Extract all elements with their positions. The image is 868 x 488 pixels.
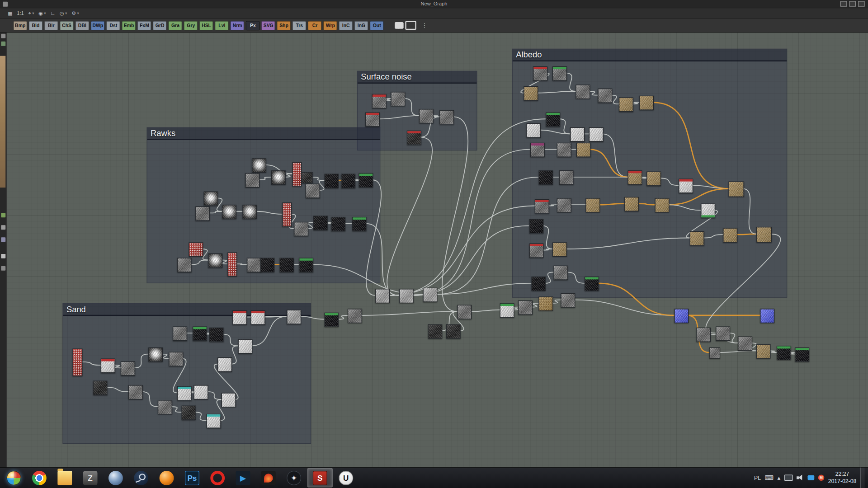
graph-node[interactable] [738,336,752,351]
graph-node[interactable] [207,414,221,428]
graph-node[interactable] [331,217,345,231]
node-button-ing[interactable]: InG [354,21,368,30]
graph-node[interactable] [209,328,224,342]
node-button-blr[interactable]: Blr [44,21,58,30]
taskbar-painter-icon[interactable] [256,469,281,487]
graph-node[interactable] [260,258,275,272]
graph-node[interactable] [306,184,320,198]
node-button-shp[interactable]: Shp [277,21,291,30]
settings-select[interactable]: ⚙▾ [71,10,79,16]
graph-node[interactable] [696,328,711,342]
group-frame-sand[interactable]: Sand [62,303,311,444]
panel-tab-icon[interactable] [1,225,5,230]
panel-tab-icon[interactable] [1,237,5,242]
graph-node[interactable] [529,219,544,234]
graph-node[interactable] [557,143,571,157]
graph-node[interactable] [245,173,259,188]
volume-icon[interactable] [797,475,804,481]
graph-node[interactable] [524,86,538,101]
node-button-svg[interactable]: SVG [261,21,275,30]
node-button-chs[interactable]: ChS [60,21,74,30]
graph-node[interactable] [279,258,294,272]
graph-node[interactable] [533,66,547,81]
node-button-out[interactable]: Out [370,21,384,30]
panel-tab-icon[interactable] [1,266,5,271]
graph-node[interactable] [419,109,434,123]
graph-node[interactable] [546,113,560,127]
graph-node[interactable] [535,199,549,214]
taskbar-opera-icon[interactable] [205,469,230,487]
keyboard-icon[interactable]: ⌨ [765,474,774,481]
graph-node[interactable] [655,198,670,212]
graph-node[interactable] [158,400,172,414]
graph-node[interactable] [194,385,208,399]
graph-node[interactable] [557,198,571,212]
graph-node[interactable] [121,361,135,376]
graph-node[interactable] [598,89,612,103]
graph-node[interactable] [756,344,771,359]
graph-node[interactable] [624,197,639,211]
taskbar-media-player-icon[interactable]: ▶ [231,469,255,487]
graph-node[interactable] [365,113,380,127]
node-button-hsl[interactable]: HSL [199,21,213,30]
graph-canvas[interactable]: Surface noiseRawksSandAlbedo [7,33,868,467]
graph-node[interactable] [204,192,218,206]
node-button-dwp[interactable]: DWp [91,21,105,30]
graph-node[interactable] [589,127,604,142]
node-button-trs[interactable]: Trs [292,21,307,30]
graph-node[interactable] [723,228,737,242]
compute-time-select[interactable]: ◷▾ [60,10,67,16]
graph-node[interactable] [619,98,633,112]
graph-node[interactable] [407,131,421,145]
graph-node[interactable] [674,309,689,323]
graph-node[interactable] [530,143,545,157]
graph-node[interactable] [282,202,292,227]
graph-node[interactable] [348,309,362,323]
graph-node[interactable] [553,266,568,280]
display-settings-icon[interactable] [784,475,793,481]
graph-node[interactable] [352,217,367,231]
graph-node[interactable] [756,227,772,242]
node-button-wrp[interactable]: Wrp [324,21,338,30]
graph-node[interactable] [552,66,567,81]
graph-node[interactable] [457,305,472,319]
taskbar-compass-app-icon[interactable]: ✦ [282,469,306,487]
graph-node[interactable] [325,174,339,188]
graph-node[interactable] [313,216,328,230]
graph-node[interactable] [101,358,115,373]
graph-node[interactable] [189,242,203,257]
graph-node[interactable] [232,310,247,325]
graph-node[interactable] [690,231,704,246]
graph-node[interactable] [252,158,266,173]
graph-node[interactable] [446,324,461,339]
node-button-dst[interactable]: Dst [107,21,121,30]
graph-node[interactable] [341,174,355,188]
dock-layout-icon[interactable] [840,1,847,6]
graph-node[interactable] [148,347,163,362]
graph-node[interactable] [287,310,301,324]
graph-node[interactable] [173,326,187,341]
dock-layout-icon[interactable] [858,1,865,6]
graph-node[interactable] [716,326,730,341]
show-hidden-icons[interactable]: ▴ [778,474,781,481]
clock[interactable]: 22:27 2017-02-08 [828,471,857,485]
node-button-dbl[interactable]: DBl [75,21,90,30]
taskbar-photoshop-icon[interactable]: Ps [180,469,204,487]
graph-node[interactable] [586,198,600,212]
graph-node[interactable] [242,205,257,219]
graph-node[interactable] [679,179,693,193]
taskbar-viewer-blue-icon[interactable] [104,469,128,487]
notification-tray-icon[interactable]: M [818,475,824,481]
graph-node[interactable] [760,309,774,323]
taskbar-start-button[interactable] [2,469,26,487]
graph-node[interactable] [701,204,715,218]
graph-node[interactable] [576,143,591,157]
graph-node[interactable] [795,347,809,362]
graph-node[interactable] [247,258,261,272]
link-display-select[interactable]: ◉▾ [38,10,46,16]
graph-node[interactable] [372,94,387,108]
panel-tab-icon[interactable] [1,254,5,258]
graph-node[interactable] [299,258,313,272]
graph-node[interactable] [646,172,661,186]
taskbar-steam-icon[interactable] [129,469,153,487]
